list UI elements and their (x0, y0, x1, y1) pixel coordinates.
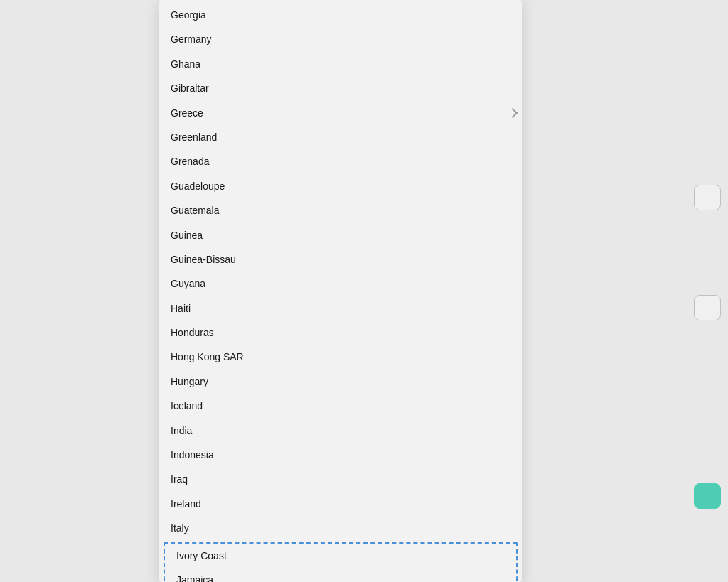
list-item[interactable]: India (159, 419, 522, 443)
list-item[interactable]: Gibraltar (159, 76, 522, 100)
list-item[interactable]: Guyana (159, 271, 522, 296)
country-dropdown[interactable]: Georgia Germany Ghana Gibraltar Greece G… (159, 0, 522, 582)
list-item[interactable]: Ireland (159, 492, 522, 516)
list-item[interactable]: Guinea-Bissau (159, 247, 522, 271)
list-item[interactable]: Honduras (159, 320, 522, 345)
list-item-jamaica[interactable]: Jamaica (165, 568, 516, 582)
list-item[interactable]: Greenland (159, 125, 522, 149)
list-item-greece[interactable]: Greece (159, 101, 522, 125)
list-item[interactable]: Ghana (159, 52, 522, 76)
list-item-ivory-coast[interactable]: Ivory Coast (165, 544, 516, 568)
list-item[interactable]: Iraq (159, 467, 522, 491)
list-item[interactable]: Iceland (159, 394, 522, 418)
list-item[interactable]: Italy (159, 516, 522, 540)
page-container: Georgia Germany Ghana Gibraltar Greece G… (0, 0, 728, 582)
right-button-mid[interactable] (694, 295, 721, 320)
dashed-selection-region: Ivory Coast Jamaica Jordan Kazakhstan (164, 542, 518, 582)
right-button-top[interactable] (694, 185, 721, 210)
list-item[interactable]: Guadeloupe (159, 174, 522, 198)
right-button-bottom-teal[interactable] (694, 483, 721, 509)
list-item[interactable]: Georgia (159, 3, 522, 27)
country-list[interactable]: Georgia Germany Ghana Gibraltar Greece G… (159, 0, 522, 582)
list-item[interactable]: Hungary (159, 370, 522, 394)
list-item[interactable]: Hong Kong SAR (159, 345, 522, 369)
list-item[interactable]: Guatemala (159, 198, 522, 222)
list-item[interactable]: Haiti (159, 296, 522, 320)
list-item[interactable]: Germany (159, 27, 522, 51)
list-item[interactable]: Indonesia (159, 443, 522, 467)
list-item[interactable]: Grenada (159, 149, 522, 173)
list-item[interactable]: Guinea (159, 223, 522, 247)
